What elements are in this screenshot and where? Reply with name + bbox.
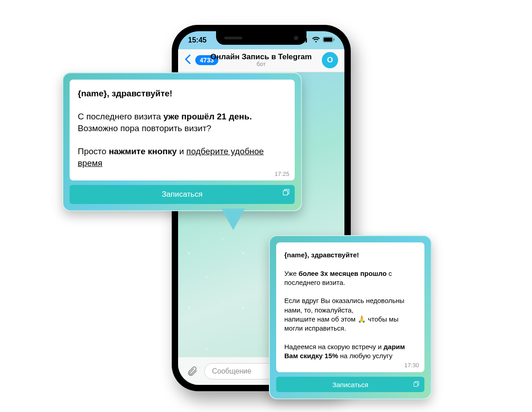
popup-icon <box>414 380 419 388</box>
status-time: 15:45 <box>188 36 207 44</box>
svg-rect-11 <box>414 383 418 387</box>
chat-avatar[interactable]: O <box>322 52 338 68</box>
c2-timestamp: 17:30 <box>404 361 419 369</box>
phone-notch <box>216 31 306 45</box>
attach-icon[interactable] <box>186 365 198 377</box>
battery-icon <box>323 36 334 44</box>
svg-rect-5 <box>324 38 332 42</box>
chat-subtitle: бот <box>205 61 317 68</box>
chat-title: Онлайн Запись в Telegram <box>205 52 317 62</box>
popup-icon <box>283 189 289 198</box>
chat-header: 4733 Онлайн Запись в Telegram бот O <box>178 49 344 72</box>
c1-name-token: {name} <box>78 89 107 98</box>
svg-rect-3 <box>308 37 309 43</box>
callout-card-1: {name}, здравствуйте! С последнего визит… <box>62 72 302 211</box>
svg-rect-9 <box>283 191 288 195</box>
callout-card-1-body: {name}, здравствуйте! С последнего визит… <box>70 80 295 180</box>
c2-signup-button[interactable]: Записаться <box>276 377 424 392</box>
callout-card-2: {name}, здравствуйте! Уже более 3х месяц… <box>269 235 432 399</box>
back-chevron-icon[interactable] <box>184 54 191 66</box>
speech-tail <box>221 208 245 230</box>
c2-name-token: {name} <box>284 251 307 259</box>
callout-card-2-body: {name}, здравствуйте! Уже более 3х месяц… <box>276 242 424 372</box>
c1-timestamp: 17:25 <box>274 170 289 178</box>
wifi-icon <box>312 36 320 44</box>
svg-rect-6 <box>334 38 334 41</box>
c1-signup-button[interactable]: Записаться <box>70 185 295 204</box>
